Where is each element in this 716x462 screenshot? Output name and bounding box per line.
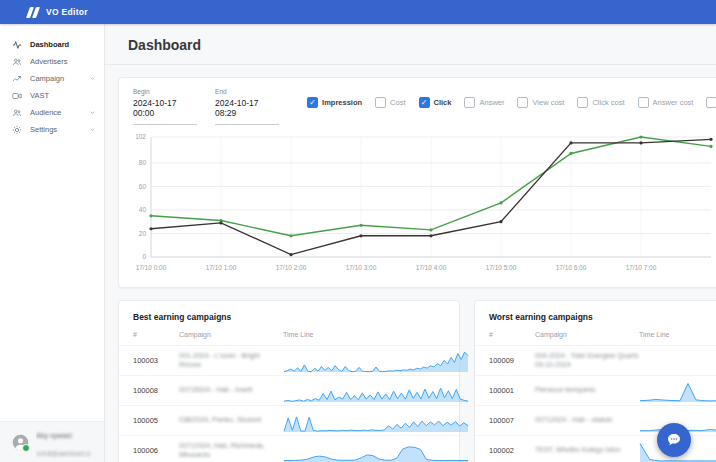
- svg-text:60: 60: [139, 183, 147, 190]
- divider: [104, 64, 716, 65]
- table-row[interactable]: 100006 00712024, Hab, Rtchmeda, Mbucardo: [119, 435, 459, 462]
- nav-label: Campaign: [30, 74, 64, 83]
- metric-checkbox-cost[interactable]: ✓ Cost: [375, 97, 405, 108]
- chat-fab-button[interactable]: [657, 423, 691, 457]
- end-date-field[interactable]: End 2024-10-17 08:29: [215, 88, 279, 125]
- people-icon: [12, 108, 22, 118]
- timeline-sparkline: [639, 378, 716, 404]
- svg-text:17/10 5:00: 17/10 5:00: [486, 264, 517, 271]
- svg-text:17/10 2:00: 17/10 2:00: [276, 264, 307, 271]
- timeline-sparkline: [283, 348, 469, 374]
- chevron-down-icon: [89, 109, 96, 116]
- campaign-name: 00712024 - Hab - otatuln: [535, 416, 639, 425]
- sidebar-item-campaign[interactable]: Campaign: [0, 70, 104, 87]
- svg-text:17/10 1:00: 17/10 1:00: [206, 264, 237, 271]
- col-id: #: [133, 331, 179, 338]
- timeline-sparkline: [283, 378, 469, 404]
- checkbox-icon[interactable]: ✓: [517, 97, 528, 108]
- metric-label: Click: [434, 98, 452, 107]
- campaign-id: 100002: [489, 446, 535, 455]
- page-title: Dashboard: [128, 37, 702, 53]
- campaign-name: 00715024 - Hab - Inwrti: [179, 386, 283, 395]
- svg-text:40: 40: [139, 206, 147, 213]
- metric-checkbox-view-cost[interactable]: ✓ View cost: [517, 97, 564, 108]
- campaign-name: 001-2024 - L'xorel - Bright Rmove: [179, 352, 283, 370]
- metric-label: Impression: [322, 98, 362, 107]
- campaign-name: Plerwcce kempanio: [535, 386, 639, 395]
- table-header: # Campaign Time Line: [119, 331, 459, 345]
- metric-checkbox-click-cost[interactable]: ✓ Click cost: [577, 97, 624, 108]
- metric-checkbox-answer[interactable]: ✓ Answer: [464, 97, 504, 108]
- campaign-id: 100008: [133, 386, 179, 395]
- campaign-id: 100009: [489, 356, 535, 365]
- metric-checkbox-group: ✓ Impression ✓ Cost ✓ Click ✓ Answer ✓ V…: [307, 97, 716, 108]
- main-content: Dashboard Begin 2024-10-17 00:00 End 202…: [104, 24, 716, 462]
- campaign-name: 004-2024 - Totel Energiee Quarts09-10-20…: [535, 352, 639, 370]
- sidebar-item-vast[interactable]: VAST: [0, 87, 104, 104]
- user-profile[interactable]: Aby npwsel nvhdl@asmiowd.cl: [0, 421, 104, 462]
- metric-checkbox-atr[interactable]: ✓ Atr: [706, 97, 716, 108]
- col-campaign: Campaign: [179, 331, 283, 338]
- campaign-id: 100003: [133, 356, 179, 365]
- nav-label: Settings: [30, 125, 57, 134]
- svg-text:17/10 4:00: 17/10 4:00: [416, 264, 447, 271]
- user-name: Aby npwsel: [36, 432, 72, 439]
- nav-label: Advertisers: [30, 57, 68, 66]
- campaign-id: 100001: [489, 386, 535, 395]
- checkbox-icon[interactable]: ✓: [638, 97, 649, 108]
- table-row[interactable]: 100003 001-2024 - L'xorel - Bright Rmove: [119, 345, 459, 375]
- nav-label: Dashboard: [30, 40, 69, 49]
- checkbox-icon[interactable]: ✓: [375, 97, 386, 108]
- campaign-name: TEST, Whelbo Kutego Istcn: [535, 446, 639, 455]
- sidebar-item-audience[interactable]: Audience: [0, 104, 104, 121]
- begin-date-field[interactable]: Begin 2024-10-17 00:00: [133, 88, 197, 125]
- table-row[interactable]: 100001 Plerwcce kempanio: [475, 375, 716, 405]
- checkbox-icon[interactable]: ✓: [464, 97, 475, 108]
- checkbox-icon[interactable]: ✓: [307, 97, 318, 108]
- user-meta: Aby npwsel nvhdl@asmiowd.cl: [36, 424, 104, 460]
- sidebar-item-dashboard[interactable]: Dashboard: [0, 36, 104, 53]
- svg-text:20: 20: [139, 230, 147, 237]
- table-row[interactable]: 100009 004-2024 - Totel Energiee Quarts0…: [475, 345, 716, 375]
- metric-checkbox-impression[interactable]: ✓ Impression: [307, 97, 362, 108]
- campaign-name: 00712024, Hab, Rtchmeda, Mbucardo: [179, 442, 283, 460]
- checkbox-icon[interactable]: ✓: [577, 97, 588, 108]
- app-header: VO Editor: [0, 0, 716, 24]
- best-earning-campaigns-card: Best earning campaigns # Campaign Time L…: [118, 300, 460, 462]
- app-title: VO Editor: [46, 7, 88, 17]
- sidebar-item-advertisers[interactable]: Advertisers: [0, 53, 104, 70]
- user-email: nvhdl@asmiowd.cl: [36, 450, 90, 457]
- metric-checkbox-click[interactable]: ✓ Click: [419, 97, 452, 108]
- timeline-sparkline: [283, 438, 469, 462]
- svg-text:80: 80: [139, 159, 147, 166]
- table-row[interactable]: 100005 038/2024, Pwrlec, Studont: [119, 405, 459, 435]
- sidebar-item-settings[interactable]: Settings: [0, 121, 104, 138]
- timeline-sparkline: [283, 408, 469, 434]
- chart-area: 02040608010217/10 0:0017/10 1:0017/10 2:…: [119, 125, 716, 283]
- chevron-down-icon: [89, 126, 96, 133]
- checkbox-icon[interactable]: ✓: [419, 97, 430, 108]
- app-logo-icon: [28, 7, 38, 18]
- svg-text:102: 102: [135, 133, 146, 140]
- avatar: [12, 434, 29, 451]
- end-value[interactable]: 2024-10-17 08:29: [215, 98, 279, 125]
- metric-label: Click cost: [592, 98, 624, 107]
- svg-text:0: 0: [142, 253, 146, 260]
- metric-checkbox-answer-cost[interactable]: ✓ Answer cost: [638, 97, 694, 108]
- filter-row: Begin 2024-10-17 00:00 End 2024-10-17 08…: [119, 78, 716, 125]
- col-id: #: [489, 331, 535, 338]
- table-row[interactable]: 100008 00715024 - Hab - Inwrti: [119, 375, 459, 405]
- table-header: # Campaign Time Line: [475, 331, 716, 345]
- traffic-panel: Begin 2024-10-17 00:00 End 2024-10-17 08…: [118, 77, 716, 288]
- metric-label: Answer: [479, 98, 504, 107]
- table-title: Best earning campaigns: [119, 301, 459, 331]
- checkbox-icon[interactable]: ✓: [706, 97, 716, 108]
- video-icon: [12, 91, 22, 101]
- col-campaign: Campaign: [535, 331, 639, 338]
- campaign-tables: Best earning campaigns # Campaign Time L…: [118, 300, 716, 462]
- begin-value[interactable]: 2024-10-17 00:00: [133, 98, 197, 125]
- sidebar-nav: Dashboard Advertisers Campaign VAST Audi…: [0, 24, 104, 138]
- end-label: End: [215, 88, 279, 95]
- begin-label: Begin: [133, 88, 197, 95]
- people-icon: [12, 57, 22, 67]
